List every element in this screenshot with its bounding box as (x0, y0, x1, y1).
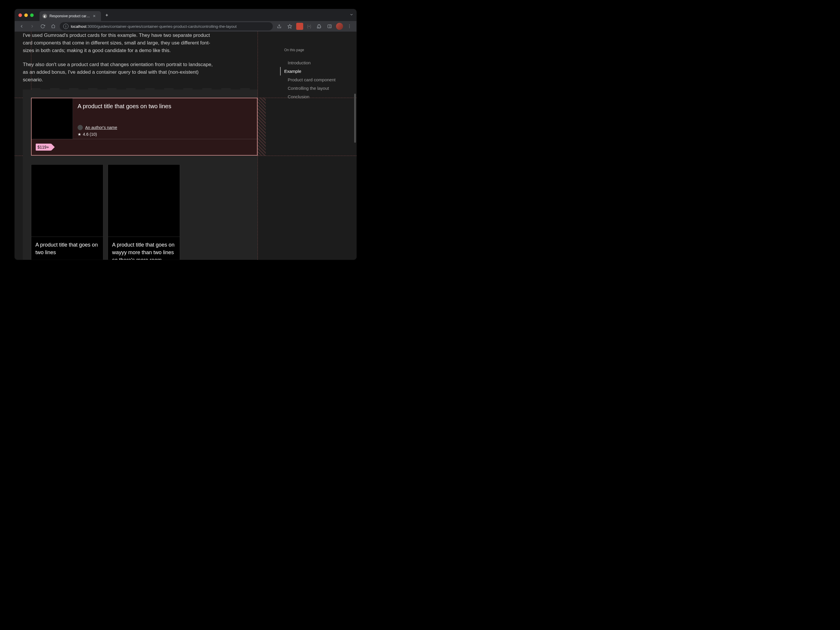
product-title: A product title that goes on two lines (31, 237, 103, 260)
article-body: I've used Gumroad's product cards for th… (23, 32, 213, 90)
product-card-small[interactable]: A product title that goes on wayyy more … (108, 164, 180, 260)
browser-toolbar: i localhost:3000/guides/container-querie… (15, 21, 357, 32)
window-minimize-button[interactable] (24, 13, 28, 17)
product-card-large[interactable]: A product title that goes on two lines A… (31, 98, 257, 156)
back-button[interactable] (17, 22, 26, 30)
tab-close-button[interactable]: ✕ (93, 14, 96, 18)
browser-menu-button[interactable] (345, 22, 354, 30)
product-title: A product title that goes on wayyy more … (108, 237, 180, 260)
url-host: localhost (71, 24, 86, 29)
author-avatar-icon (77, 125, 83, 130)
toc-heading: On this page (284, 48, 338, 52)
tab-favicon-icon: ◐ (43, 14, 47, 19)
window-fullscreen-button[interactable] (30, 13, 34, 17)
share-button[interactable] (275, 22, 283, 30)
url-path: :3000/guides/container-queries/container… (86, 24, 237, 29)
page-scrollbar[interactable] (354, 94, 356, 143)
site-info-icon[interactable]: i (63, 24, 68, 29)
rating-row: ★ 4.6 (10) (77, 132, 252, 137)
product-image (31, 165, 103, 237)
svg-point-3 (349, 25, 350, 25)
author-row: An author's name (77, 125, 252, 130)
page-content: I've used Gumroad's product cards for th… (15, 32, 357, 260)
svg-rect-1 (328, 25, 331, 28)
product-image (108, 165, 180, 237)
reload-button[interactable] (39, 22, 47, 30)
toc-item-conclusion[interactable]: Conclusion (284, 93, 338, 101)
new-tab-button[interactable]: + (103, 11, 111, 19)
small-cards-row: A product title that goes on two lines A… (31, 164, 180, 260)
profile-avatar[interactable] (336, 23, 343, 30)
extension-icon-2[interactable]: (•) (306, 23, 313, 30)
product-card-small[interactable]: A product title that goes on two lines (31, 164, 103, 260)
article-paragraph: They also don't use a product card that … (23, 61, 213, 83)
title-bar: ◐ Responsive product cards built ✕ + (15, 9, 357, 21)
window-controls (19, 13, 34, 17)
tab-title: Responsive product cards built (49, 14, 90, 18)
table-of-contents: On this page Introduction Example Produc… (284, 48, 338, 101)
demo-area: A product title that goes on two lines A… (23, 90, 257, 260)
toc-item-example[interactable]: Example (280, 67, 338, 76)
home-button[interactable] (49, 22, 57, 30)
tabs-dropdown-button[interactable] (349, 13, 354, 18)
url-bar[interactable]: i localhost:3000/guides/container-querie… (60, 22, 273, 30)
price-tag: $119+ (36, 143, 51, 151)
forward-button[interactable] (28, 22, 36, 30)
extension-icon-1[interactable] (296, 23, 303, 30)
svg-marker-0 (288, 24, 292, 28)
rating-value: 4.6 (10) (83, 132, 97, 137)
window-close-button[interactable] (19, 13, 22, 17)
toc-item-controlling-the-layout[interactable]: Controlling the layout (284, 84, 338, 93)
side-panel-button[interactable] (325, 22, 334, 30)
browser-window: ◐ Responsive product cards built ✕ + (15, 9, 357, 260)
browser-tab[interactable]: ◐ Responsive product cards built ✕ (39, 11, 101, 21)
toc-item-product-card-component[interactable]: Product card component (284, 76, 338, 84)
author-link[interactable]: An author's name (85, 125, 117, 130)
article-paragraph: I've used Gumroad's product cards for th… (23, 32, 213, 54)
star-icon: ★ (77, 132, 81, 137)
toolbar-right: (•) (275, 22, 354, 30)
svg-point-5 (349, 27, 350, 28)
product-image (32, 98, 73, 139)
bookmark-button[interactable] (286, 22, 294, 30)
grid-overflow-hatch (257, 98, 266, 156)
url-text: localhost:3000/guides/container-queries/… (71, 24, 237, 29)
extensions-button[interactable] (315, 22, 323, 30)
svg-point-4 (349, 26, 350, 27)
price-value: $119+ (38, 145, 49, 150)
product-title: A product title that goes on two lines (77, 103, 252, 110)
toc-item-introduction[interactable]: Introduction (284, 58, 338, 67)
